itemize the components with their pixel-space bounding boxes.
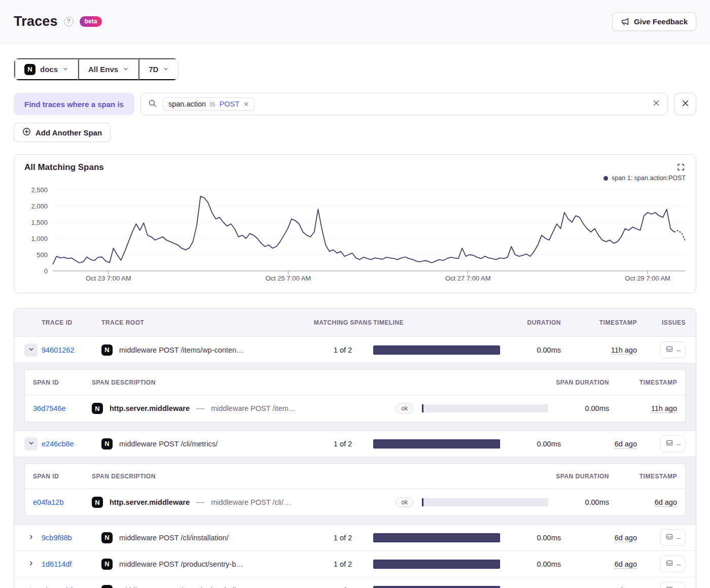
x-axis-tick-label: Oct 23 7:00 AM [86,274,131,282]
issues-button[interactable]: – [660,556,686,572]
legend-dot-icon [604,176,608,181]
span-op-label: http.server.middleware [110,404,190,412]
issues-icon [665,533,673,542]
col-span-timestamp: Timestamp [609,473,677,480]
fullscreen-icon[interactable] [676,162,686,174]
col-timestamp: Timestamp [561,319,637,326]
chart-body: 05001,0001,5002,0002,500 [24,190,686,271]
environment-filter[interactable]: All Envs [78,58,138,80]
span-id-link[interactable]: 36d7546e [33,404,92,412]
span-description-label: middleware POST /item… [211,404,296,412]
table-row: 1d6114df Nmiddleware POST /product/sentr… [14,551,696,577]
y-axis-tick-label: 0 [44,267,48,275]
timestamp-value: 6d ago [615,586,637,588]
chevron-down-icon [123,65,129,74]
span-sub-table: Span ID Span Description Span Duration T… [24,463,686,516]
collapse-row-button[interactable] [24,437,38,451]
trace-id-link[interactable]: e246cb8e [42,440,101,448]
trace-root-label: middleware POST /cli/installation/ [119,534,229,542]
chevron-down-icon [28,440,34,448]
span-timestamp-value: 11h ago [651,404,677,412]
issues-button[interactable]: – [660,435,686,452]
issues-empty-label: – [677,534,681,542]
col-timeline: Timeline [373,319,500,326]
help-icon[interactable]: ? [64,17,74,26]
project-filter[interactable]: N docs [14,58,78,80]
span-position-marker [422,404,423,412]
span-duration-value: 0.00ms [548,404,609,412]
issues-button[interactable]: – [660,341,686,358]
chart-x-axis-labels: Oct 23 7:00 AMOct 25 7:00 AMOct 27 7:00 … [53,274,686,288]
token-operator: is [210,100,215,108]
chevron-down-icon [163,65,169,74]
status-badge: ok [396,497,413,507]
clear-search-icon[interactable] [652,99,660,109]
add-another-span-button[interactable]: Add Another Span [14,123,111,142]
chevron-right-icon [28,534,34,542]
date-range-filter[interactable]: 7D [138,58,178,80]
matching-spans-value: 1 of 2 [312,346,373,354]
traces-page: Traces ? beta Give Feedback N docs All E… [0,0,710,588]
col-span-id: Span ID [33,379,92,386]
trace-id-link[interactable]: 1d6114df [42,560,101,568]
timestamp-value: 6d ago [615,560,637,568]
chevron-down-icon [28,346,34,354]
delete-span-row-button[interactable] [674,93,696,115]
nextjs-project-icon: N [92,403,103,414]
expand-row-button[interactable] [24,558,38,571]
expanded-spans-section: Span ID Span Description Span Duration T… [14,363,696,431]
matching-spans-value: 1 of 2 [312,440,373,448]
expand-row-button[interactable] [24,531,38,544]
issues-empty-label: – [677,346,681,354]
timeline-bar [373,345,500,355]
matching-spans-value: 1 of 2 [312,560,373,568]
timeline-bar [373,533,500,542]
span-sub-table: Span ID Span Description Span Duration T… [24,369,686,422]
trace-id-link[interactable]: 94601262 [42,346,101,354]
search-token[interactable]: span.action is POST ✕ [163,97,255,111]
token-remove-icon[interactable]: ✕ [243,100,249,108]
span-table-header: Span ID Span Description Span Duration T… [25,464,685,489]
span-id-link[interactable]: e04fa12b [33,498,92,506]
timestamp-value: 6d ago [615,440,637,448]
trace-id-link[interactable]: 9cb9f88b [42,534,101,542]
span-search-input[interactable]: span.action is POST ✕ [140,93,668,115]
nextjs-project-icon: N [101,438,113,449]
timestamp-value: 11h ago [611,346,637,354]
give-feedback-button[interactable]: Give Feedback [612,12,696,31]
trace-root-label: middleware POST /cli/metrics/ [119,440,218,448]
issues-icon [665,559,673,569]
close-icon [681,99,690,109]
collapse-row-button[interactable] [24,343,38,357]
timeline-bar [373,586,500,588]
chevron-down-icon [62,65,68,74]
chart-legend-item[interactable]: span 1: span.action:POST [24,174,686,183]
col-span-duration: Span Duration [548,473,609,480]
spans-line-chart [53,190,686,271]
issues-icon [665,439,673,448]
col-matching-spans: Matching Spans [312,319,373,326]
nextjs-project-icon: N [92,497,103,508]
col-span-timestamp: Timestamp [609,379,677,386]
chart-plot-area[interactable] [53,190,686,271]
issues-button[interactable]: – [660,529,686,546]
span-timeline-bar [421,404,548,412]
x-axis-tick-label: Oct 25 7:00 AM [265,274,311,282]
separator: — [196,498,204,507]
table-row: e246cb8e Nmiddleware POST /cli/metrics/ … [14,431,696,457]
issues-button[interactable]: – [660,582,686,588]
y-axis-tick-label: 1,000 [31,235,48,243]
trace-root-label: middleware POST /product/sentry-b… [119,560,243,568]
span-query-label: Find traces where a span is [14,93,134,115]
add-another-span-label: Add Another Span [36,128,102,137]
expand-row-button[interactable] [24,584,38,588]
span-position-marker [422,498,423,506]
search-icon [148,99,157,110]
duration-value: 0.00ms [500,534,561,542]
trace-id-link[interactable]: 5b72a6bf [42,586,101,588]
beta-badge: beta [80,16,102,27]
expanded-spans-section: Span ID Span Description Span Duration T… [14,457,696,525]
nextjs-project-icon: N [24,64,36,75]
duration-value: 0.00ms [500,586,561,588]
chart-title: All Matching Spans [24,162,104,172]
